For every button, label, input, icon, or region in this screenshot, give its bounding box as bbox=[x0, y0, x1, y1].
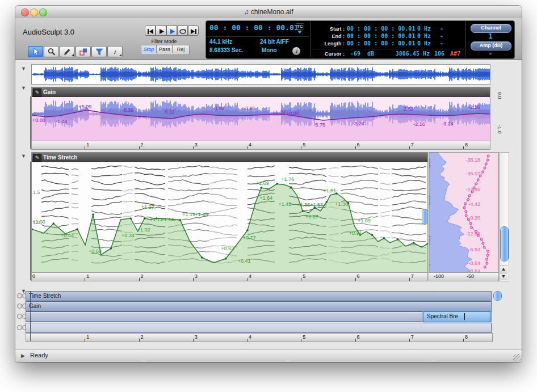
seq-row3-toggle-a[interactable] bbox=[17, 314, 22, 319]
disclosure-gain[interactable]: ▼ bbox=[21, 85, 26, 91]
end-label: End : bbox=[312, 33, 345, 39]
disclosure-overview[interactable]: ▼ bbox=[21, 66, 26, 71]
cursor-db-value: -69 bbox=[350, 50, 360, 57]
stretch-title: Time Stretch bbox=[43, 154, 77, 161]
length-label: Length : bbox=[312, 41, 345, 47]
play-icon bbox=[157, 28, 165, 35]
spectrum-plot bbox=[429, 153, 498, 273]
seq-row2-toggle-a[interactable] bbox=[17, 304, 22, 309]
seq-bar-time-stretch[interactable]: Time Stretch bbox=[26, 291, 492, 301]
chip-label: Spectral Bre bbox=[427, 313, 458, 319]
scroll-down-button[interactable] bbox=[500, 273, 507, 280]
titlebar[interactable]: ♫ chineMono.aif bbox=[15, 6, 522, 19]
tc-badge: TC bbox=[296, 23, 304, 29]
tool-zoom-button[interactable] bbox=[44, 46, 59, 57]
cursor-midi-value: 106 bbox=[434, 50, 444, 57]
app-window: ♫ chineMono.aif AudioSculpt 3.0 ♪ Filter… bbox=[15, 6, 522, 362]
seq-row4-toggle-a[interactable] bbox=[17, 325, 22, 330]
amp-button[interactable]: Amp (dB) bbox=[471, 41, 511, 50]
spectrum-panel[interactable]: 6000400020000 -38.18-36.07-12.86-4.42-0.… bbox=[429, 152, 499, 273]
tool-pencil-button[interactable] bbox=[60, 46, 75, 57]
transport-skip-start-button[interactable] bbox=[145, 26, 156, 36]
channel-mode-label: Mono bbox=[262, 47, 277, 53]
disclosure-stretch[interactable]: ▼ bbox=[21, 153, 26, 159]
stretch-axis-10: 1.0 bbox=[33, 220, 40, 225]
overview-waveform[interactable] bbox=[31, 64, 490, 85]
stretch-axis-15: 1.5 bbox=[33, 189, 40, 195]
format-label: 24 bit AIFF bbox=[260, 39, 289, 45]
overview-waveform-plot bbox=[32, 65, 490, 84]
text-caret bbox=[464, 313, 465, 320]
transport-loop-button[interactable] bbox=[177, 26, 188, 36]
filter-mode-pass-button[interactable]: Pass bbox=[157, 45, 173, 53]
filter-mode-rej-button[interactable]: Rej bbox=[173, 45, 188, 53]
gain-ruler: 12345678 bbox=[31, 141, 490, 150]
length-hz-value: 0 Hz bbox=[396, 40, 431, 47]
seq-bar-empty[interactable] bbox=[26, 311, 492, 322]
seq-bar-gain[interactable]: Gain bbox=[26, 301, 492, 311]
status-disclosure[interactable]: ▶ bbox=[21, 353, 25, 359]
lcd-fields-section: Start : 00 : 00 : 00 : 00.01 0 Hz - End … bbox=[310, 21, 466, 57]
gain-header[interactable]: ✎ Gain bbox=[32, 87, 490, 97]
tool-filter-button[interactable] bbox=[91, 46, 107, 57]
spectral-breakpoint-chip[interactable]: Spectral Bre bbox=[423, 311, 490, 322]
scroll-up-button[interactable] bbox=[500, 265, 507, 273]
filter-mode-stop-button[interactable]: Stop bbox=[141, 45, 157, 53]
up-arrow-icon bbox=[502, 268, 505, 271]
filter-mode-group: Stop Pass Rej bbox=[141, 45, 190, 55]
playhead-cursor[interactable] bbox=[30, 291, 31, 341]
end-extra-value: - bbox=[440, 33, 443, 39]
stretch-body[interactable]: +1.00+0.44+0.69+0.34+1.02+1.27+1.11+1.14… bbox=[32, 162, 427, 273]
tool-marquee-button[interactable] bbox=[75, 46, 91, 57]
transport-skip-end-button[interactable] bbox=[188, 26, 199, 36]
resize-grip[interactable] bbox=[513, 354, 521, 361]
seq-bar-empty[interactable] bbox=[26, 323, 492, 333]
document-music-icon: ♫ bbox=[244, 8, 249, 16]
flyout-arrow-icon bbox=[119, 54, 121, 56]
info-button[interactable]: i bbox=[292, 47, 300, 55]
transport-play-button[interactable] bbox=[156, 26, 166, 36]
window-title-text: chineMono.aif bbox=[251, 8, 293, 16]
skip-end-icon bbox=[190, 28, 198, 35]
vertical-scrollbar[interactable] bbox=[500, 152, 509, 281]
down-arrow-icon bbox=[502, 275, 505, 278]
seq-row1-toggle-a[interactable] bbox=[17, 293, 22, 298]
toolbar: AudioSculpt 3.0 ♪ Filter Mode Stop Pass … bbox=[15, 18, 522, 60]
sequencer-ruler: 12345678 bbox=[26, 333, 493, 342]
transport-play-selection-button[interactable] bbox=[166, 26, 177, 36]
duration-label: 8.68333 Sec. bbox=[209, 47, 244, 53]
playhead-cursor[interactable] bbox=[30, 96, 31, 149]
cursor-note-value: A#7 bbox=[450, 50, 460, 57]
lcd-time-section: 00 : 00 : 00 : 00.01 TC 44.1 kHz 24 bit … bbox=[206, 21, 310, 57]
stretch-pencil-icon[interactable]: ✎ bbox=[33, 154, 41, 162]
stretch-header[interactable]: ✎ Time Stretch bbox=[32, 153, 427, 162]
gain-pencil-icon[interactable]: ✎ bbox=[33, 88, 41, 97]
tool-note-button[interactable]: ♪ bbox=[107, 46, 123, 57]
cursor-hz-value: 3806.45 Hz bbox=[383, 50, 430, 57]
start-extra-value: - bbox=[440, 26, 443, 32]
amp-value: - bbox=[466, 50, 515, 57]
tc-dropdown-arrow[interactable] bbox=[297, 31, 302, 33]
seq-scroll-thumb[interactable] bbox=[493, 291, 502, 301]
samplerate-label: 44.1 kHz bbox=[209, 39, 232, 45]
time-display: 00 : 00 : 00 : 00.01 bbox=[209, 23, 299, 32]
lcd-channel-section: Channel 1 Amp (dB) - bbox=[465, 21, 515, 57]
seq-row-4 bbox=[17, 323, 501, 332]
gain-track: ✎ Gain +0.00-1.44+5.09-5.39-6.11-3.96-3.… bbox=[31, 87, 490, 142]
tool-arrow-button[interactable] bbox=[28, 46, 43, 57]
gain-axis-bottom: -1.0 bbox=[497, 125, 502, 134]
spectrum-x-axis: -100-50 bbox=[429, 272, 499, 281]
status-text: Ready bbox=[30, 352, 48, 359]
marquee-selection-icon bbox=[79, 48, 88, 56]
seq-row-time-stretch: Time Stretch bbox=[17, 291, 501, 300]
flyout-arrow-icon bbox=[72, 54, 74, 56]
gain-body[interactable]: +0.00-1.44+5.09-5.39-6.11-3.96-3.96+1.08… bbox=[32, 97, 490, 141]
music-note-icon: ♪ bbox=[114, 48, 117, 56]
seq-bar-label: Gain bbox=[29, 303, 41, 309]
playhead-cursor[interactable] bbox=[30, 162, 31, 280]
channel-button[interactable]: Channel bbox=[471, 24, 511, 33]
spectrogram-scroll-thumb[interactable] bbox=[422, 209, 428, 225]
lcd-divider bbox=[312, 49, 465, 49]
end-hz-value: 0 Hz bbox=[396, 33, 431, 39]
scrollbar-thumb[interactable] bbox=[500, 226, 509, 262]
